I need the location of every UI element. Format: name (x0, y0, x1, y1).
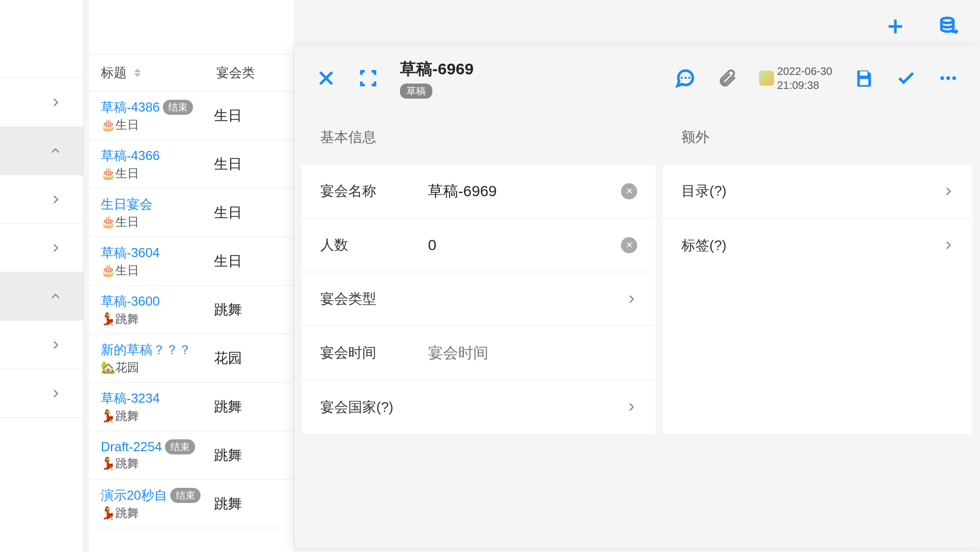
field-catalog[interactable]: 目录(?) (663, 164, 972, 218)
expand-icon (358, 68, 378, 88)
row-subtitle: 🏡花园 (101, 360, 214, 376)
comments-button[interactable] (675, 68, 695, 88)
sidebar-item-6[interactable] (0, 369, 83, 418)
panel-basic: 基本信息 宴会名称 人数 宴会类型 宴会时间 宴会国家(?) (302, 111, 655, 434)
field-time-label: 宴会时间 (320, 343, 428, 362)
sidebar-item-2[interactable] (0, 175, 83, 224)
more-button[interactable] (938, 68, 958, 88)
timestamp-date: 2022-06-30 (777, 64, 832, 78)
row-subtitle: 🎂生日 (101, 117, 214, 133)
row-type: 生日 (214, 106, 242, 125)
close-button[interactable] (316, 68, 336, 88)
row-title[interactable]: Draft-2254结束 (101, 439, 214, 454)
status-badge: 结束 (163, 100, 193, 115)
sort-icon (134, 68, 141, 77)
field-count-input[interactable] (428, 237, 621, 254)
svg-point-1 (680, 77, 682, 79)
panel-extra-title: 额外 (663, 111, 972, 164)
sidebar-item-4[interactable] (0, 272, 83, 321)
row-title[interactable]: 草稿-3600 (101, 293, 214, 310)
detail-drawer: 草稿-6969 草稿 2022-06-30 21:09:38 (294, 46, 980, 548)
check-icon (896, 68, 916, 88)
table-row[interactable]: 演示20秒自结束💃跳舞跳舞 (89, 480, 294, 528)
svg-point-2 (684, 77, 686, 79)
column-title[interactable]: 标题 (101, 64, 141, 81)
sidebar-item-0[interactable] (0, 78, 83, 127)
svg-point-0 (941, 18, 953, 23)
save-icon (854, 68, 874, 88)
field-count-label: 人数 (320, 236, 428, 254)
row-title[interactable]: 草稿-3604 (101, 244, 214, 261)
drawer-title: 草稿-6969 (400, 58, 474, 80)
table-row[interactable]: 草稿-4366🎂生日生日 (89, 140, 294, 189)
field-name: 宴会名称 (302, 164, 655, 218)
confirm-button[interactable] (896, 68, 916, 88)
expand-button[interactable] (358, 68, 378, 88)
row-subtitle: 💃跳舞 (101, 456, 214, 472)
field-name-label: 宴会名称 (320, 182, 428, 201)
sidebar-item-1[interactable] (0, 127, 83, 175)
panel-extra: 额外 目录(?) 标签(?) (663, 111, 972, 434)
panel-basic-title: 基本信息 (302, 111, 655, 164)
timestamp-time: 21:09:38 (777, 78, 832, 92)
attachment-button[interactable] (717, 68, 737, 88)
sidebar-spacer (0, 0, 83, 78)
row-subtitle: 💃跳舞 (101, 505, 214, 521)
field-country-label: 宴会国家(?) (320, 398, 460, 417)
row-subtitle: 💃跳舞 (101, 408, 214, 424)
row-title[interactable]: 新的草稿？？？ (101, 341, 214, 358)
row-subtitle: 🎂生日 (101, 263, 214, 279)
row-type: 生日 (214, 155, 242, 174)
row-title[interactable]: 生日宴会 (101, 196, 214, 213)
row-type: 跳舞 (214, 446, 242, 465)
field-tag[interactable]: 标签(?) (663, 218, 972, 272)
export-button[interactable] (938, 16, 958, 37)
clear-count-button[interactable] (621, 237, 637, 253)
row-type: 跳舞 (214, 397, 242, 416)
chevron-right-icon (942, 185, 954, 197)
chevron-right-icon (50, 96, 61, 108)
close-icon (316, 68, 336, 88)
sidebar-item-5[interactable] (0, 321, 83, 369)
chat-icon (675, 68, 695, 88)
field-name-input[interactable] (428, 183, 621, 200)
avatar (759, 71, 774, 86)
table-row[interactable]: 新的草稿？？？🏡花园花园 (89, 334, 294, 383)
list-rows: 草稿-4386结束🎂生日生日草稿-4366🎂生日生日生日宴会🎂生日生日草稿-36… (89, 92, 294, 528)
row-title[interactable]: 草稿-3234 (101, 390, 214, 407)
column-type-label[interactable]: 宴会类 (216, 64, 255, 81)
chevron-right-icon (50, 194, 61, 205)
database-export-icon (938, 16, 958, 37)
status-badge: 草稿 (400, 84, 432, 99)
sidebar-item-3[interactable] (0, 224, 83, 272)
column-headers: 标题 宴会类 (89, 54, 294, 92)
field-time-input[interactable] (428, 344, 637, 362)
far-sidebar (0, 0, 84, 552)
svg-point-6 (940, 77, 944, 80)
table-row[interactable]: 草稿-4386结束🎂生日生日 (89, 92, 294, 140)
drawer-header: 草稿-6969 草稿 2022-06-30 21:09:38 (294, 46, 980, 111)
row-title[interactable]: 草稿-4386结束 (101, 99, 214, 116)
more-icon (938, 68, 958, 88)
table-row[interactable]: 生日宴会🎂生日生日 (89, 189, 294, 237)
clear-name-button[interactable] (621, 183, 637, 199)
table-row[interactable]: 草稿-3604🎂生日生日 (89, 237, 294, 286)
svg-rect-5 (860, 79, 868, 85)
field-type[interactable]: 宴会类型 (302, 272, 655, 326)
svg-point-3 (688, 77, 691, 79)
save-button[interactable] (854, 68, 874, 88)
row-title[interactable]: 演示20秒自结束 (101, 487, 214, 504)
row-type: 跳舞 (214, 494, 242, 513)
field-count: 人数 (302, 218, 655, 272)
table-row[interactable]: 草稿-3600💃跳舞跳舞 (89, 286, 294, 334)
row-subtitle: 💃跳舞 (101, 311, 214, 327)
field-country[interactable]: 宴会国家(?) (302, 380, 655, 434)
table-row[interactable]: Draft-2254结束💃跳舞跳舞 (89, 431, 294, 480)
add-button[interactable] (885, 16, 906, 37)
chevron-right-icon (625, 293, 637, 305)
table-row[interactable]: 草稿-3234💃跳舞跳舞 (89, 383, 294, 431)
chevron-right-icon (50, 388, 61, 399)
row-title[interactable]: 草稿-4366 (101, 147, 214, 164)
row-type: 跳舞 (214, 300, 242, 319)
paperclip-icon (717, 68, 737, 88)
